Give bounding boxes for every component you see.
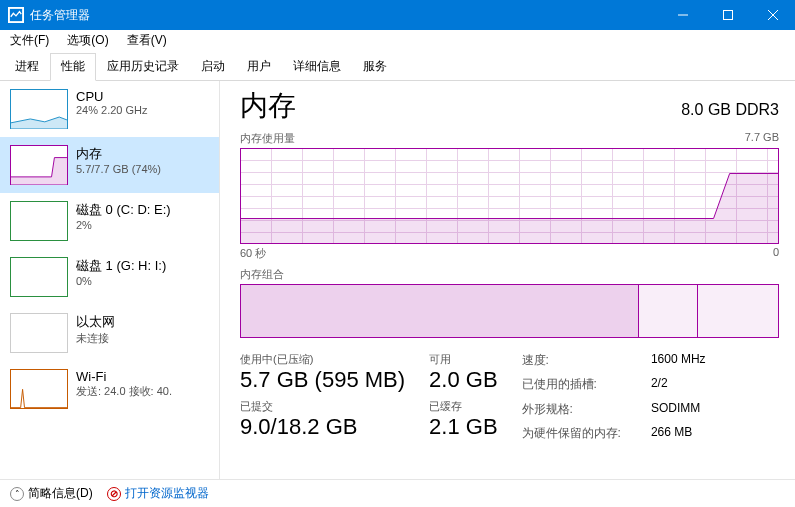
memory-title: 内存	[76, 145, 161, 163]
composition-label: 内存组合	[240, 267, 284, 282]
memory-composition-chart	[240, 284, 779, 338]
slots-key: 已使用的插槽:	[522, 376, 621, 397]
window-controls	[660, 0, 795, 30]
disk1-mini-graph	[10, 257, 68, 297]
memory-sub: 5.7/7.7 GB (74%)	[76, 163, 161, 175]
form-key: 外形规格:	[522, 401, 621, 422]
reserved-val: 266 MB	[651, 425, 706, 446]
ethernet-mini-graph	[10, 313, 68, 353]
cpu-title: CPU	[76, 89, 148, 104]
in-use-value: 5.7 GB (595 MB)	[240, 367, 405, 393]
reserved-key: 为硬件保留的内存:	[522, 425, 621, 446]
disk0-label: 磁盘 0 (C: D: E:)2%	[76, 201, 171, 231]
footer: ˄ 简略信息(D) ⊘ 打开资源监视器	[0, 479, 795, 507]
cpu-label: CPU24% 2.20 GHz	[76, 89, 148, 116]
cached-label: 已缓存	[429, 399, 497, 414]
stats-mid: 可用 2.0 GB 已缓存 2.1 GB	[429, 352, 497, 446]
minimize-button[interactable]	[660, 0, 705, 30]
cpu-mini-graph	[10, 89, 68, 129]
usage-chart-axis: 60 秒 0	[240, 246, 779, 261]
disk0-mini-graph	[10, 201, 68, 241]
menu-view[interactable]: 查看(V)	[123, 30, 171, 51]
slots-val: 2/2	[651, 376, 706, 397]
sidebar-item-memory[interactable]: 内存5.7/7.7 GB (74%)	[0, 137, 219, 193]
svg-rect-2	[723, 11, 732, 20]
menubar: 文件(F) 选项(O) 查看(V)	[0, 30, 795, 52]
tab-startup[interactable]: 启动	[190, 53, 236, 81]
maximize-button[interactable]	[705, 0, 750, 30]
sidebar-item-ethernet[interactable]: 以太网未连接	[0, 305, 219, 361]
close-button[interactable]	[750, 0, 795, 30]
main-header: 内存 8.0 GB DDR3	[240, 87, 779, 125]
speed-key: 速度:	[522, 352, 621, 373]
wifi-label: Wi-Fi发送: 24.0 接收: 40.	[76, 369, 172, 399]
ethernet-title: 以太网	[76, 313, 115, 331]
memory-label: 内存5.7/7.7 GB (74%)	[76, 145, 161, 175]
ethernet-label: 以太网未连接	[76, 313, 115, 346]
tab-app-history[interactable]: 应用历史记录	[96, 53, 190, 81]
content: CPU24% 2.20 GHz 内存5.7/7.7 GB (74%) 磁盘 0 …	[0, 81, 795, 482]
stats-left: 使用中(已压缩) 5.7 GB (595 MB) 已提交 9.0/18.2 GB	[240, 352, 405, 446]
disk1-sub: 0%	[76, 275, 166, 287]
in-use-label: 使用中(已压缩)	[240, 352, 405, 367]
available-value: 2.0 GB	[429, 367, 497, 393]
committed-value: 9.0/18.2 GB	[240, 414, 405, 440]
page-title: 内存	[240, 87, 296, 125]
speed-val: 1600 MHz	[651, 352, 706, 373]
usage-chart-header: 内存使用量 7.7 GB	[240, 131, 779, 146]
open-resource-monitor-label: 打开资源监视器	[125, 485, 209, 502]
axis-right: 0	[773, 246, 779, 261]
resource-monitor-icon: ⊘	[107, 487, 121, 501]
sidebar-item-cpu[interactable]: CPU24% 2.20 GHz	[0, 81, 219, 137]
usage-max: 7.7 GB	[745, 131, 779, 146]
tab-details[interactable]: 详细信息	[282, 53, 352, 81]
cached-value: 2.1 GB	[429, 414, 497, 440]
sidebar-item-disk1[interactable]: 磁盘 1 (G: H: I:)0%	[0, 249, 219, 305]
committed-label: 已提交	[240, 399, 405, 414]
menu-options[interactable]: 选项(O)	[63, 30, 112, 51]
fewer-details-button[interactable]: ˄ 简略信息(D)	[10, 485, 93, 502]
stats-row: 使用中(已压缩) 5.7 GB (595 MB) 已提交 9.0/18.2 GB…	[240, 352, 779, 446]
cpu-sub: 24% 2.20 GHz	[76, 104, 148, 116]
specs-table: 速度:1600 MHz 已使用的插槽:2/2 外形规格:SODIMM 为硬件保留…	[522, 352, 706, 446]
app-icon	[8, 7, 24, 23]
wifi-title: Wi-Fi	[76, 369, 172, 384]
wifi-mini-graph	[10, 369, 68, 409]
axis-left: 60 秒	[240, 246, 266, 261]
tab-users[interactable]: 用户	[236, 53, 282, 81]
open-resource-monitor-link[interactable]: ⊘ 打开资源监视器	[107, 485, 209, 502]
window-title: 任务管理器	[30, 7, 660, 24]
memory-mini-graph	[10, 145, 68, 185]
tab-services[interactable]: 服务	[352, 53, 398, 81]
sidebar-item-disk0[interactable]: 磁盘 0 (C: D: E:)2%	[0, 193, 219, 249]
menu-file[interactable]: 文件(F)	[6, 30, 53, 51]
sidebar-item-wifi[interactable]: Wi-Fi发送: 24.0 接收: 40.	[0, 361, 219, 417]
sidebar: CPU24% 2.20 GHz 内存5.7/7.7 GB (74%) 磁盘 0 …	[0, 81, 220, 482]
memory-capacity: 8.0 GB DDR3	[681, 101, 779, 119]
memory-usage-chart	[240, 148, 779, 244]
tab-performance[interactable]: 性能	[50, 53, 96, 81]
disk0-sub: 2%	[76, 219, 171, 231]
disk1-label: 磁盘 1 (G: H: I:)0%	[76, 257, 166, 287]
disk0-title: 磁盘 0 (C: D: E:)	[76, 201, 171, 219]
tab-processes[interactable]: 进程	[4, 53, 50, 81]
form-val: SODIMM	[651, 401, 706, 422]
composition-header: 内存组合	[240, 267, 779, 282]
chevron-up-icon: ˄	[10, 487, 24, 501]
disk1-title: 磁盘 1 (G: H: I:)	[76, 257, 166, 275]
titlebar: 任务管理器	[0, 0, 795, 30]
fewer-details-label: 简略信息(D)	[28, 485, 93, 502]
tabbar: 进程 性能 应用历史记录 启动 用户 详细信息 服务	[0, 52, 795, 81]
wifi-sub: 发送: 24.0 接收: 40.	[76, 384, 172, 399]
usage-label: 内存使用量	[240, 131, 295, 146]
ethernet-sub: 未连接	[76, 331, 115, 346]
available-label: 可用	[429, 352, 497, 367]
main-panel: 内存 8.0 GB DDR3 内存使用量 7.7 GB 60 秒 0 内存组合	[220, 81, 795, 482]
